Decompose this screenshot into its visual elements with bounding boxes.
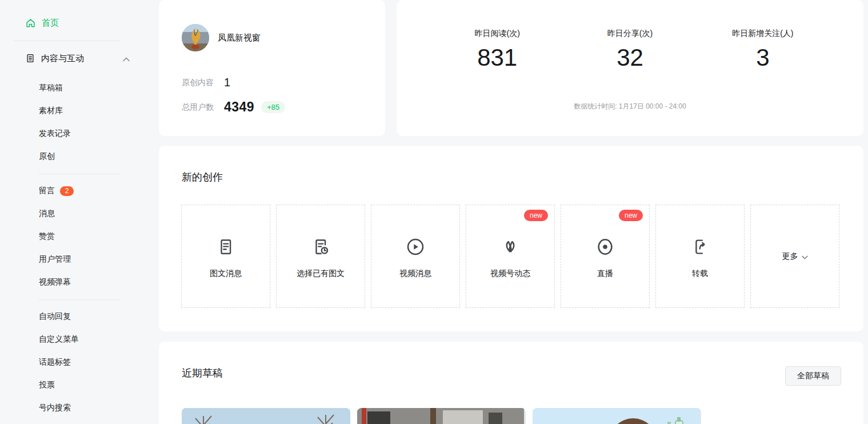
original-content-label: 原创内容: [182, 78, 222, 88]
stat-yesterday-new-followers[interactable]: 昨日新增关注(人) 3: [697, 29, 829, 71]
sidebar-item-label: 发表记录: [39, 129, 71, 139]
total-users-label: 总用户数: [182, 102, 222, 113]
sidebar-item-topic-tags[interactable]: 话题标签: [0, 351, 143, 374]
play-circle-icon: [405, 234, 426, 259]
stat-yesterday-shares[interactable]: 昨日分享(次) 32: [563, 29, 696, 71]
tile-choose-existing-article[interactable]: 选择已有图文: [276, 205, 365, 308]
sidebar-item-label: 号内搜索: [39, 403, 71, 413]
sidebar-item-label: 自定义菜单: [39, 334, 79, 345]
original-content-value[interactable]: 1: [224, 76, 230, 89]
stats-time-range-note: 数据统计时间: 1月17日 00:00 - 24:00: [397, 102, 863, 111]
sidebar-item-drafts[interactable]: 草稿箱: [0, 77, 143, 99]
creation-tiles: 图文消息 选择已有图文 视频消息: [181, 205, 839, 308]
sidebar-home-label: 首页: [42, 18, 59, 29]
sidebar-divider: [14, 41, 120, 41]
new-badge: new: [619, 210, 643, 221]
sidebar-item-home[interactable]: 首页: [0, 11, 143, 34]
unread-count-badge: 2: [60, 186, 74, 196]
avatar[interactable]: [182, 24, 209, 51]
new-badge: new: [524, 210, 548, 221]
channels-icon: [499, 234, 521, 259]
stat-yesterday-reads[interactable]: 昨日阅读(次) 831: [431, 29, 563, 71]
chevron-down-icon: [802, 252, 808, 261]
tile-article-message[interactable]: 图文消息: [181, 205, 270, 308]
sidebar-item-label: 消息: [39, 209, 55, 219]
stat-label: 昨日新增关注(人): [697, 29, 829, 39]
sidebar-section-content[interactable]: 内容与互动: [0, 47, 143, 70]
account-name: 凤凰新视窗: [218, 33, 261, 43]
sidebar-item-label: 视频弹幕: [39, 277, 71, 287]
tile-live-stream[interactable]: new 直播: [561, 205, 650, 308]
repost-icon: [690, 234, 710, 259]
sidebar-item-label: 草稿箱: [39, 83, 63, 93]
sidebar-menu: 草稿箱 素材库 发表记录 原创 留言 2 消息 赞赏 用户管理 视频弹幕 自动回…: [0, 77, 143, 419]
tile-more[interactable]: 更多: [750, 205, 839, 308]
sidebar-item-custom-menu[interactable]: 自定义菜单: [0, 328, 143, 351]
new-users-delta-badge: +85: [261, 101, 285, 113]
section-title-new-creation: 新的创作: [182, 170, 223, 184]
draft-thumbnails: [182, 408, 701, 424]
sidebar: 首页 内容与互动 草稿箱 素材库 发表记录 原创 留言 2 消息 赞赏 用户管理: [0, 0, 143, 419]
sidebar-item-auto-reply[interactable]: 自动回复: [0, 305, 143, 328]
sidebar-divider: [39, 174, 120, 174]
sidebar-item-messages[interactable]: 消息: [0, 202, 143, 225]
sidebar-item-video-danmu[interactable]: 视频弹幕: [0, 271, 143, 294]
tile-label: 更多: [782, 251, 798, 262]
tile-label: 视频消息: [399, 269, 431, 279]
home-icon: [25, 18, 36, 29]
sidebar-item-label: 用户管理: [39, 254, 71, 265]
stat-value: 831: [431, 45, 563, 71]
sidebar-item-publish-records[interactable]: 发表记录: [0, 122, 143, 145]
tile-label: 图文消息: [210, 269, 242, 279]
tile-repost[interactable]: 转载: [655, 205, 745, 308]
total-users-value[interactable]: 4349: [224, 99, 254, 115]
draft-thumbnail-cartoon-illustration[interactable]: [533, 408, 701, 424]
sidebar-item-label: 投票: [39, 380, 55, 390]
document-icon: [25, 53, 35, 63]
recent-drafts-card: 近期草稿 全部草稿: [159, 342, 863, 424]
article-clock-icon: [310, 234, 331, 259]
live-dot-icon: [594, 234, 616, 259]
sidebar-item-label: 素材库: [39, 106, 63, 116]
tile-channels-feed[interactable]: new 视频号动态: [466, 205, 555, 308]
sidebar-divider: [39, 299, 120, 300]
sidebar-item-label: 留言: [39, 186, 55, 196]
sidebar-item-comments[interactable]: 留言 2: [0, 179, 143, 202]
article-icon: [215, 234, 236, 259]
tile-video-message[interactable]: 视频消息: [371, 205, 460, 308]
stat-value: 32: [563, 45, 696, 71]
sidebar-item-polls[interactable]: 投票: [0, 374, 143, 397]
sidebar-item-label: 赞赏: [39, 231, 55, 242]
account-profile-card: 凤凰新视窗 原创内容 1 总用户数 4349 +85: [159, 0, 385, 136]
sidebar-item-in-account-search[interactable]: 号内搜索: [0, 397, 143, 419]
sidebar-item-label: 话题标签: [39, 357, 71, 367]
tile-label: 转载: [692, 269, 708, 279]
stat-value: 3: [697, 45, 829, 71]
yesterday-stats-card: 昨日阅读(次) 831 昨日分享(次) 32 昨日新增关注(人) 3 数据统计时…: [397, 0, 863, 136]
sidebar-item-label: 原创: [39, 151, 55, 162]
tile-label: 视频号动态: [490, 269, 530, 279]
draft-thumbnail-playground[interactable]: [357, 408, 526, 424]
sidebar-section-label: 内容与互动: [41, 53, 84, 64]
draft-thumbnail-winter-courtyard[interactable]: [182, 408, 350, 424]
sidebar-item-user-management[interactable]: 用户管理: [0, 248, 143, 271]
sidebar-item-original[interactable]: 原创: [0, 145, 143, 168]
sidebar-item-label: 自动回复: [39, 311, 71, 322]
stat-label: 昨日分享(次): [563, 29, 696, 39]
tile-label: 选择已有图文: [297, 269, 345, 279]
chevron-up-icon: [123, 54, 130, 63]
all-drafts-button[interactable]: 全部草稿: [785, 366, 841, 386]
stat-label: 昨日阅读(次): [431, 29, 563, 39]
sidebar-item-material-library[interactable]: 素材库: [0, 99, 143, 122]
section-title-recent-drafts: 近期草稿: [182, 366, 223, 380]
tile-label: 直播: [597, 269, 613, 279]
new-creation-card: 新的创作 图文消息: [159, 146, 863, 331]
sidebar-item-rewards[interactable]: 赞赏: [0, 225, 143, 248]
